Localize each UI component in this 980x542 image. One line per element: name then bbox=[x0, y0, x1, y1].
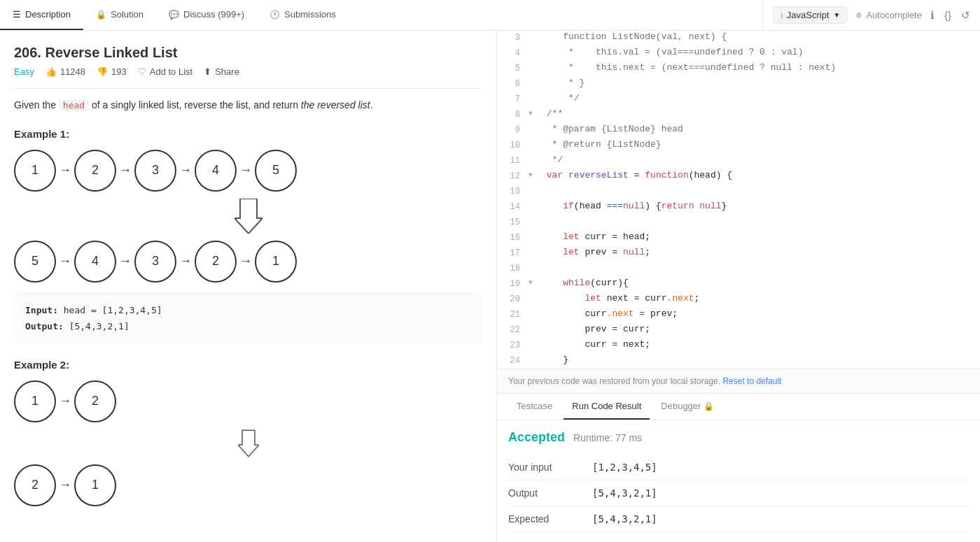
expected-value: [5,4,3,2,1] bbox=[592, 513, 657, 525]
code-editor[interactable]: 3 function ListNode(val, next) { 4 * thi… bbox=[497, 31, 980, 369]
refresh-icon[interactable]: ↺ bbox=[961, 9, 970, 22]
code-line-16: 16 let curr = head; bbox=[497, 231, 980, 246]
rnode-4: 4 bbox=[74, 241, 116, 283]
your-input-value: [1,2,3,4,5] bbox=[592, 462, 657, 473]
e2-node-2: 2 bbox=[74, 380, 116, 422]
code-line-13: 13 bbox=[497, 185, 980, 200]
thumbs-down-icon: 👎 bbox=[97, 66, 108, 77]
rnode-1: 1 bbox=[255, 241, 297, 283]
code-line-12: 12▼ var reverseList = function(head) { bbox=[497, 169, 980, 185]
difficulty-badge: Easy bbox=[14, 66, 34, 77]
code-line-3: 3 function ListNode(val, next) { bbox=[497, 31, 980, 46]
expected-label: Expected bbox=[508, 513, 592, 525]
svg-marker-1 bbox=[238, 430, 259, 457]
down-arrow bbox=[14, 199, 482, 234]
code-line-23: 23 curr = next; bbox=[497, 338, 980, 354]
results-area: Accepted Runtime: 77 ms Your input [1,2,… bbox=[497, 420, 980, 542]
desc-code: head bbox=[59, 99, 89, 111]
share-icon: ⬆ bbox=[204, 66, 211, 77]
dislike-button[interactable]: 👎 193 bbox=[97, 66, 127, 77]
autocomplete-badge[interactable]: Autocomplete bbox=[856, 10, 922, 20]
e2-rnode-2: 2 bbox=[14, 464, 56, 506]
restored-notice: Your previous code was restored from you… bbox=[497, 369, 980, 393]
rnode-2: 2 bbox=[195, 241, 237, 283]
code-line-9: 9 * @param {ListNode} head bbox=[497, 123, 980, 138]
code-line-24: 24 } bbox=[497, 354, 980, 369]
bottom-panel: Testcase Run Code Result Debugger 🔒 Acce… bbox=[497, 393, 980, 542]
output-row: Output [5,4,3,2,1] bbox=[508, 480, 969, 506]
tab-solution[interactable]: 🔒 Solution bbox=[83, 0, 156, 30]
code-line-17: 17 let prev = null; bbox=[497, 246, 980, 262]
your-input-label: Your input bbox=[508, 462, 592, 473]
down-arrow-2 bbox=[14, 429, 482, 457]
code-panel: 3 function ListNode(val, next) { 4 * thi… bbox=[497, 31, 980, 542]
node-3: 3 bbox=[134, 150, 176, 192]
problem-title: 206. Reverse Linked List bbox=[14, 45, 482, 61]
code-line-22: 22 prev = curr; bbox=[497, 323, 980, 338]
tab-testcase[interactable]: Testcase bbox=[508, 394, 561, 420]
code-line-6: 6 * } bbox=[497, 77, 980, 92]
rnode-5: 5 bbox=[14, 241, 56, 283]
description-icon: ☰ bbox=[13, 9, 21, 20]
example2-reversed-list: 2 → 1 bbox=[14, 464, 482, 506]
discuss-icon: 💬 bbox=[169, 10, 179, 20]
dot-icon bbox=[856, 13, 862, 18]
example1-io: Input: head = [1,2,3,4,5] Output: [5,4,3… bbox=[14, 292, 482, 345]
language-selector[interactable]: i JavaScript ▼ bbox=[773, 6, 848, 24]
svg-marker-0 bbox=[234, 199, 262, 234]
example1-title: Example 1: bbox=[14, 128, 482, 140]
desc-italic: the reversed list bbox=[301, 99, 370, 110]
example2-forward-list: 1 → 2 bbox=[14, 380, 482, 422]
output-label: Output: bbox=[25, 321, 69, 331]
tab-run-code[interactable]: Run Code Result bbox=[564, 394, 650, 420]
add-to-list-button[interactable]: ♡ Add to List bbox=[138, 66, 192, 77]
clock-icon: 🕐 bbox=[270, 10, 280, 20]
reset-default-link[interactable]: Reset to default bbox=[722, 376, 781, 386]
tab-submissions[interactable]: 🕐 Submissions bbox=[257, 0, 349, 30]
node-4: 4 bbox=[195, 150, 237, 192]
share-button[interactable]: ⬆ Share bbox=[204, 66, 239, 77]
code-line-7: 7 */ bbox=[497, 92, 980, 108]
code-line-14: 14 if(head ===null) {return null} bbox=[497, 200, 980, 215]
problem-panel: 206. Reverse Linked List Easy 👍 11248 👎 … bbox=[0, 31, 497, 542]
tab-debugger[interactable]: Debugger 🔒 bbox=[652, 394, 722, 420]
bottom-tabs: Testcase Run Code Result Debugger 🔒 bbox=[497, 394, 980, 420]
js-icon: i bbox=[780, 11, 782, 20]
code-line-11: 11 */ bbox=[497, 154, 980, 169]
code-line-20: 20 let next = curr.next; bbox=[497, 292, 980, 308]
tab-discuss[interactable]: 💬 Discuss (999+) bbox=[156, 0, 257, 30]
accepted-row: Accepted Runtime: 77 ms bbox=[508, 430, 969, 445]
heart-icon: ♡ bbox=[138, 66, 146, 77]
desc-pre: Given the bbox=[14, 99, 56, 110]
output-label: Output bbox=[508, 487, 592, 499]
tab-description[interactable]: ☰ Description bbox=[0, 0, 83, 30]
your-input-row: Your input [1,2,3,4,5] bbox=[508, 455, 969, 480]
lock-icon-debugger: 🔒 bbox=[704, 401, 714, 411]
code-line-15: 15 bbox=[497, 215, 980, 231]
code-line-5: 5 * this.next = (next===undefined ? null… bbox=[497, 62, 980, 77]
like-button[interactable]: 👍 11248 bbox=[46, 66, 85, 77]
info-icon[interactable]: ℹ bbox=[930, 9, 934, 22]
input-label: Input: bbox=[25, 305, 64, 315]
accepted-label: Accepted bbox=[508, 430, 565, 445]
lock-icon: 🔒 bbox=[96, 10, 106, 20]
desc-post: of a singly linked list, reverse the lis… bbox=[92, 99, 298, 110]
e2-rnode-1: 1 bbox=[74, 464, 116, 506]
example2-title: Example 2: bbox=[14, 359, 482, 371]
node-5: 5 bbox=[255, 150, 297, 192]
code-line-8: 8▼ /** bbox=[497, 108, 980, 123]
code-line-21: 21 curr.next = prev; bbox=[497, 308, 980, 323]
chevron-down-icon: ▼ bbox=[834, 11, 841, 19]
code-line-4: 4 * this.val = (val===undefined ? 0 : va… bbox=[497, 46, 980, 62]
code-format-icon[interactable]: {} bbox=[944, 9, 951, 22]
runtime-label: Runtime: 77 ms bbox=[573, 432, 642, 443]
e2-node-1: 1 bbox=[14, 380, 56, 422]
expected-row: Expected [5,4,3,2,1] bbox=[508, 506, 969, 532]
node-1: 1 bbox=[14, 150, 56, 192]
code-line-18: 18 bbox=[497, 262, 980, 277]
example1-forward-list: 1 → 2 → 3 → 4 → 5 bbox=[14, 150, 482, 192]
output-value: [5,4,3,2,1] bbox=[592, 487, 657, 499]
thumbs-up-icon: 👍 bbox=[46, 66, 57, 77]
node-2: 2 bbox=[74, 150, 116, 192]
example1-reversed-list: 5 → 4 → 3 → 2 → 1 bbox=[14, 241, 482, 283]
